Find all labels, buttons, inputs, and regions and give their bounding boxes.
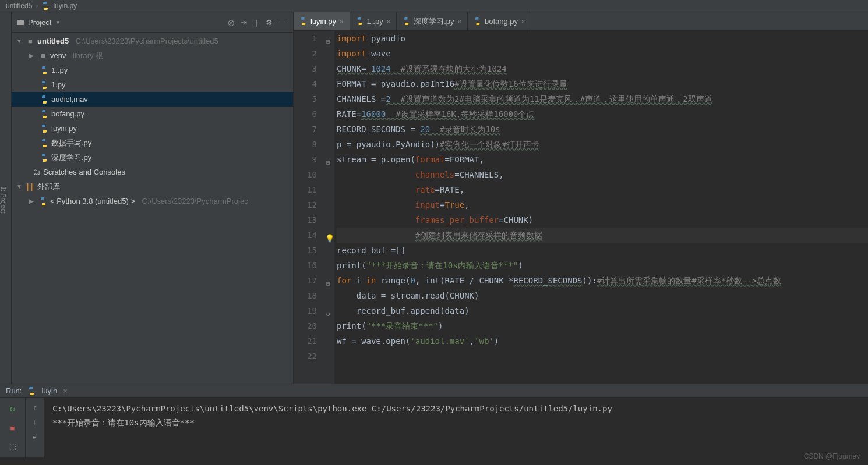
project-dropdown[interactable]: Project ▼ xyxy=(16,18,61,27)
tree-file[interactable]: bofang.py xyxy=(12,107,293,121)
tree-file[interactable]: 深度学习.py xyxy=(12,150,293,165)
close-icon[interactable]: × xyxy=(387,18,390,25)
python-icon xyxy=(40,80,49,90)
folder-icon xyxy=(16,18,24,26)
close-icon[interactable]: × xyxy=(457,18,461,25)
up-icon[interactable]: ↑ xyxy=(33,403,37,411)
gear-icon[interactable]: ⚙ xyxy=(263,16,276,29)
run-header: Run: luyin × xyxy=(0,384,868,398)
left-rail[interactable]: 1: Project xyxy=(0,12,12,384)
library-icon: ‖‖ xyxy=(26,182,35,191)
layout-button[interactable]: ⬚ xyxy=(6,440,19,453)
fold-gutter[interactable]: ⊟⊟💡⊟⊖ xyxy=(325,31,334,384)
folder-icon: ■ xyxy=(26,37,35,46)
chevron-down-icon: ▼ xyxy=(55,19,61,26)
close-icon[interactable]: × xyxy=(340,18,343,25)
hide-icon[interactable]: — xyxy=(276,16,288,29)
python-icon xyxy=(40,95,49,104)
gutter: 12345678910111213141516171819202122 xyxy=(294,31,325,384)
chevron-right-icon: › xyxy=(36,2,38,10)
breadcrumb: untitled5 › luyin.py xyxy=(0,0,868,12)
chevron-down-icon: ▼ xyxy=(16,38,23,44)
python-icon xyxy=(299,17,307,25)
tree-file[interactable]: 1.py xyxy=(12,77,293,92)
run-panel: Run: luyin × ↻ ■ ⬚ ↑ ↓ ↲ C:\Users\23223\… xyxy=(0,384,868,457)
down-icon[interactable]: ↓ xyxy=(33,417,37,426)
editor-tab[interactable]: bofang.py× xyxy=(468,12,532,30)
tree-extlib[interactable]: ▼ ‖‖ 外部库 xyxy=(12,179,293,194)
project-tree[interactable]: ▼ ■ untitled5 C:\Users\23223\PycharmProj… xyxy=(12,33,293,384)
folder-icon: ■ xyxy=(38,51,48,61)
run-toolbar: ↻ ■ ⬚ xyxy=(0,398,26,457)
tree-python[interactable]: ▶ < Python 3.8 (untitled5) > C:\Users\23… xyxy=(12,194,293,208)
editor-tab[interactable]: luyin.py× xyxy=(294,12,350,30)
python-icon xyxy=(40,109,49,119)
breadcrumb-root[interactable]: untitled5 xyxy=(6,2,32,10)
sidebar-header: Project ▼ ◎ ⇥ | ⚙ — xyxy=(12,12,293,33)
target-icon[interactable]: ◎ xyxy=(224,16,237,29)
python-icon xyxy=(41,2,50,10)
close-icon[interactable]: × xyxy=(63,386,68,395)
run-toolbar2: ↑ ↓ ↲ xyxy=(26,398,44,457)
console-cmd: C:\Users\23223\PycharmProjects\untitled5… xyxy=(52,402,860,416)
run-config-name[interactable]: luyin xyxy=(41,386,57,395)
breadcrumb-file[interactable]: luyin.py xyxy=(53,2,77,10)
python-icon xyxy=(38,197,48,206)
console-line: ***开始录音：请在10s内输入语音*** xyxy=(52,416,860,429)
python-icon xyxy=(40,66,49,75)
editor-tabs: luyin.py×1..py×深度学习.py×bofang.py× xyxy=(294,12,868,31)
collapse-icon[interactable]: ⇥ xyxy=(237,16,250,29)
watermark: CSDN @Fjourney xyxy=(804,452,860,460)
code[interactable]: import pyaudioimport waveCHUNK= 1024 #设置… xyxy=(334,31,868,384)
tree-file[interactable]: audiol,mav xyxy=(12,92,293,107)
python-icon xyxy=(27,387,36,395)
close-icon[interactable]: × xyxy=(521,18,525,25)
code-area[interactable]: 12345678910111213141516171819202122 ⊟⊟💡⊟… xyxy=(294,31,868,384)
root-name: untitled5 xyxy=(37,37,69,45)
sidebar-title: Project xyxy=(28,18,51,27)
python-icon xyxy=(40,139,49,148)
chevron-down-icon: ▼ xyxy=(16,183,23,190)
editor: luyin.py×1..py×深度学习.py×bofang.py× 123456… xyxy=(294,12,868,384)
chevron-right-icon: ▶ xyxy=(29,198,36,204)
python-icon xyxy=(40,124,49,133)
run-label: Run: xyxy=(6,386,22,395)
root-path: C:\Users\23223\PycharmProjects\untitled5 xyxy=(76,37,218,45)
scratches-icon: 🗂 xyxy=(31,168,41,177)
python-icon xyxy=(356,17,364,25)
tree-file[interactable]: 数据手写.py xyxy=(12,136,293,150)
tree-scratches[interactable]: 🗂 Scratches and Consoles xyxy=(12,165,293,179)
editor-tab[interactable]: 深度学习.py× xyxy=(397,12,468,30)
console-output[interactable]: C:\Users\23223\PycharmProjects\untitled5… xyxy=(44,398,868,457)
rerun-button[interactable]: ↻ xyxy=(6,403,19,416)
python-icon xyxy=(474,17,481,25)
tree-file[interactable]: luyin.py xyxy=(12,121,293,136)
stop-button[interactable]: ■ xyxy=(6,421,19,434)
project-sidebar: Project ▼ ◎ ⇥ | ⚙ — ▼ ■ untitled5 C:\Use… xyxy=(12,12,294,384)
chevron-right-icon: ▶ xyxy=(29,52,36,59)
wrap-icon[interactable]: ↲ xyxy=(31,432,38,441)
python-icon xyxy=(40,153,49,162)
tree-file[interactable]: 1..py xyxy=(12,63,293,77)
python-icon xyxy=(403,17,410,25)
tree-venv[interactable]: ▶ ■ venv library 根 xyxy=(12,48,293,63)
tree-root[interactable]: ▼ ■ untitled5 C:\Users\23223\PycharmProj… xyxy=(12,34,293,48)
editor-tab[interactable]: 1..py× xyxy=(350,12,397,30)
